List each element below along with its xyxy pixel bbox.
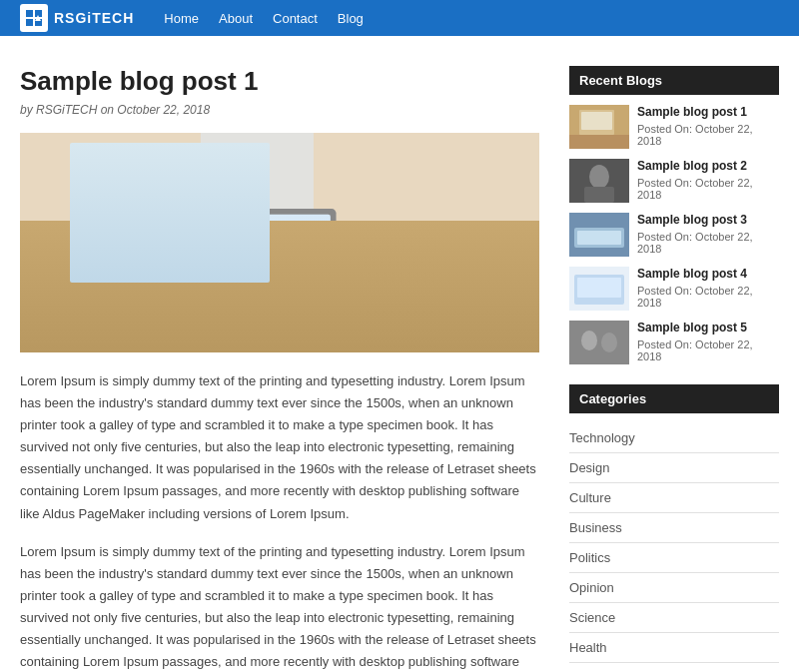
recent-blog-thumb-2 [569, 159, 629, 203]
nav-home[interactable]: Home [164, 11, 199, 26]
svg-rect-1 [35, 10, 42, 17]
svg-point-12 [291, 266, 426, 323]
recent-blog-info-1: Sample blog post 1 Posted On: October 22… [637, 105, 779, 147]
svg-rect-17 [31, 283, 65, 292]
recent-blog-item-5[interactable]: Sample blog post 5 Posted On: October 22… [569, 321, 779, 364]
recent-blog-title-2: Sample blog post 2 [637, 159, 779, 175]
svg-rect-6 [201, 133, 314, 254]
recent-blog-info-4: Sample blog post 4 Posted On: October 22… [637, 267, 779, 309]
recent-blog-date-1: Posted On: October 22, 2018 [637, 123, 779, 147]
categories-list: Technology Design Culture Business Polit… [569, 423, 779, 672]
recent-blog-item-4[interactable]: Sample blog post 4 Posted On: October 22… [569, 267, 779, 311]
logo-text: RSGiTECH [54, 10, 134, 26]
categories-header: Categories [569, 384, 779, 413]
svg-rect-31 [569, 321, 629, 364]
category-opinion[interactable]: Opinion [569, 573, 779, 603]
recent-blog-info-2: Sample blog post 2 Posted On: October 22… [637, 159, 779, 201]
recent-blog-title-1: Sample blog post 1 [637, 105, 779, 121]
category-style[interactable]: Style [569, 663, 779, 672]
svg-point-23 [589, 165, 609, 189]
recent-blog-date-3: Posted On: October 22, 2018 [637, 231, 779, 255]
svg-point-13 [370, 283, 437, 317]
category-culture[interactable]: Culture [569, 483, 779, 513]
category-science[interactable]: Science [569, 603, 779, 633]
nav-blog[interactable]: Blog [338, 11, 364, 26]
svg-rect-10 [116, 215, 331, 328]
svg-rect-8 [110, 209, 336, 352]
svg-rect-30 [577, 278, 621, 298]
page-wrapper: Sample blog post 1 by RSGiTECH on Octobe… [0, 36, 799, 672]
svg-rect-21 [569, 135, 629, 149]
svg-point-32 [581, 331, 597, 350]
recent-blog-info-5: Sample blog post 5 Posted On: October 22… [637, 321, 779, 362]
nav-about[interactable]: About [219, 11, 253, 26]
recent-blogs-list: Sample blog post 1 Posted On: October 22… [569, 105, 779, 364]
recent-blog-title-5: Sample blog post 5 [637, 321, 779, 336]
svg-rect-14 [88, 300, 178, 352]
logo-area: RSGiTECH [20, 4, 134, 32]
svg-rect-11 [110, 324, 336, 352]
recent-blog-thumb-4 [569, 267, 629, 311]
svg-rect-24 [584, 187, 614, 203]
svg-rect-7 [20, 266, 539, 352]
recent-blog-info-3: Sample blog post 3 Posted On: October 22… [637, 213, 779, 255]
recent-blog-thumb-5 [569, 321, 629, 364]
category-technology[interactable]: Technology [569, 423, 779, 453]
svg-point-33 [601, 333, 617, 352]
svg-rect-2 [26, 19, 33, 26]
post-paragraph-1: Lorem Ipsum is simply dummy text of the … [20, 370, 539, 525]
svg-rect-0 [26, 10, 33, 17]
recent-blog-item-2[interactable]: Sample blog post 2 Posted On: October 22… [569, 159, 779, 203]
category-politics[interactable]: Politics [569, 543, 779, 573]
svg-rect-27 [577, 231, 621, 245]
svg-rect-20 [581, 112, 612, 130]
recent-blog-title-4: Sample blog post 4 [637, 267, 779, 283]
nav-bar: Home About Contact Blog [164, 11, 364, 26]
recent-blog-item-3[interactable]: Sample blog post 3 Posted On: October 22… [569, 213, 779, 257]
recent-blog-date-2: Posted On: October 22, 2018 [637, 177, 779, 201]
content-area: Sample blog post 1 by RSGiTECH on Octobe… [0, 36, 799, 672]
recent-blog-date-5: Posted On: October 22, 2018 [637, 338, 779, 362]
recent-blog-date-4: Posted On: October 22, 2018 [637, 285, 779, 309]
post-paragraph-2: Lorem Ipsum is simply dummy text of the … [20, 541, 539, 672]
recent-blog-title-3: Sample blog post 3 [637, 213, 779, 229]
sidebar: Recent Blogs Sample blog post 1 Posted O [569, 66, 779, 672]
svg-rect-15 [90, 302, 176, 352]
category-health[interactable]: Health [569, 633, 779, 663]
category-design[interactable]: Design [569, 453, 779, 483]
post-meta: by RSGiTECH on October 22, 2018 [20, 103, 539, 117]
main-content: Sample blog post 1 by RSGiTECH on Octobe… [20, 66, 539, 672]
nav-contact[interactable]: Contact [273, 11, 318, 26]
post-image [20, 133, 539, 352]
logo-icon [20, 4, 48, 32]
header: RSGiTECH Home About Contact Blog [0, 0, 799, 36]
recent-blog-thumb-1 [569, 105, 629, 149]
recent-blogs-header: Recent Blogs [569, 66, 779, 95]
recent-blog-thumb-3 [569, 213, 629, 257]
svg-rect-9 [116, 215, 331, 328]
recent-blog-item-1[interactable]: Sample blog post 1 Posted On: October 22… [569, 105, 779, 149]
post-title: Sample blog post 1 [20, 66, 539, 97]
category-business[interactable]: Business [569, 513, 779, 543]
svg-rect-16 [31, 283, 65, 323]
